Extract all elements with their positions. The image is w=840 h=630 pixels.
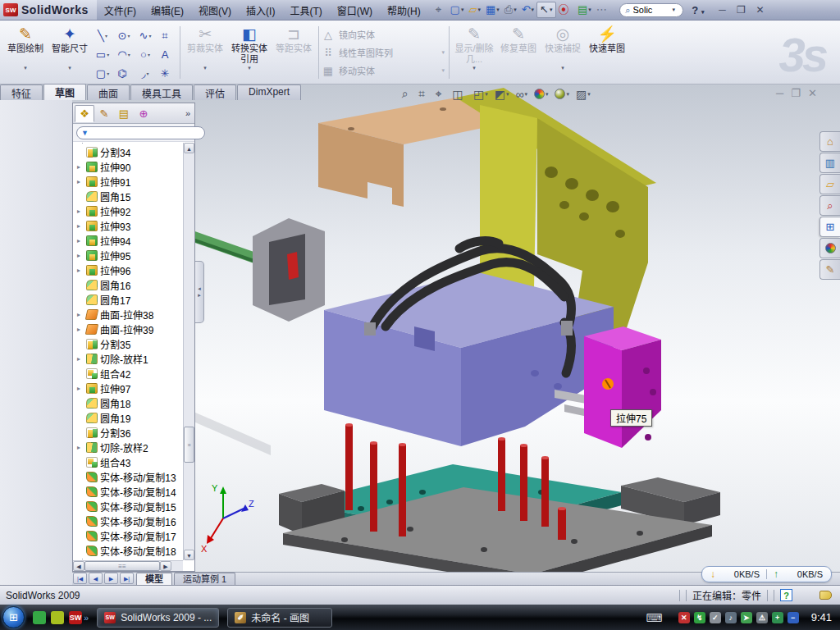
arc-tool[interactable]: ◠ ▾ [113,45,135,64]
trim-entities-button[interactable]: ✂ 剪裁实体 ▾ [183,23,227,82]
expand-arrow-icon[interactable]: ▸ [77,444,84,451]
expand-arrow-icon[interactable]: ▸ [77,178,84,185]
mirror-entities-item[interactable]: △ 镜向实体 ▾ [322,26,446,43]
expand-arrow-icon[interactable]: ▸ [77,311,84,318]
tree-item[interactable]: ▸ 实体-移动/复制16 [75,514,183,528]
file-explorer-tab[interactable]: ▱ [819,174,840,194]
panel-splitter-handle[interactable]: ◂▸ [195,261,204,323]
rectangle-tool[interactable]: ▭ ▾ [92,45,113,64]
tree-item[interactable]: ▸ 分割35 [75,336,183,351]
text-tool[interactable]: A ▾ [156,45,177,64]
view-orientation-icon[interactable]: ◰ ▾ [470,86,491,102]
configurationmanager-tab[interactable]: ▤ [114,105,134,122]
media-quicklaunch-icon[interactable] [51,611,64,624]
search-dropdown-icon[interactable]: ▾ [673,7,676,13]
messenger-quicklaunch-icon[interactable] [33,611,46,624]
restore-button[interactable]: ❐ [734,4,747,16]
rebuild-traffic-light-icon[interactable]: ⦿ ▾ [556,2,576,18]
repair-sketch-button[interactable]: ✎ 修复草图 ▾ [496,23,541,82]
tree-item[interactable]: ▸ 圆角15 [75,189,183,203]
tree-item[interactable]: ▸ 拉伸90 [75,159,183,174]
hscroll-thumb[interactable]: ≡≡ [84,561,160,571]
appearances-tab[interactable] [819,238,840,258]
tree-item[interactable]: ▸ 圆角16 [75,277,183,292]
new-file-icon[interactable]: ▢ ▾ [448,2,467,18]
expand-arrow-icon[interactable]: ▸ [77,237,84,244]
polygon-tool[interactable]: ⌬ ▾ [113,64,135,83]
expand-arrow-icon[interactable]: ▸ [77,163,84,171]
section-view-icon[interactable]: ◫ ▾ [449,86,470,102]
security-center-tray-icon[interactable]: − [788,612,799,623]
line-tool[interactable]: ╲ ▾ [92,26,113,45]
quick-tips-icon[interactable]: ? [780,589,792,601]
search-tab[interactable]: ⌕ [819,195,840,216]
sync-tray-icon[interactable]: ➤ [741,612,752,623]
print-icon[interactable]: ⎙ ▾ [502,2,519,18]
menu-item[interactable]: 编辑(E) [144,1,191,20]
save-icon[interactable]: ▦ ▾ [483,2,502,18]
tree-item[interactable]: ▸ 拉伸91 [75,174,183,189]
select-region-tool[interactable]: ⌗ ▾ [156,26,177,45]
tree-filter-box[interactable]: ▼ [76,126,205,139]
sketch-fillet-tool[interactable]: ◞ ▾ [135,64,156,83]
tree-item[interactable]: ▸ 拉伸94 [75,233,183,248]
expand-arrow-icon[interactable]: ▸ [77,208,84,215]
scroll-thumb[interactable]: ≡ [184,427,194,463]
tree-item[interactable]: ▸ 拉伸95 [75,248,183,262]
tree-item[interactable]: ▸ 拉伸96 [75,262,183,277]
circle-tool[interactable]: ⊙ ▾ [113,26,135,45]
scroll-left-button[interactable]: ◀ [73,561,84,571]
help-button[interactable]: ? ▾ [688,4,707,16]
linear-sketch-pattern-item[interactable]: ⠿ 线性草图阵列 ▾ [322,44,446,61]
doc-restore-button[interactable]: ❐ [791,87,801,99]
display-style-icon[interactable]: ◩ ▾ [491,86,513,102]
options-list-icon[interactable]: ▤ ▾ [575,2,594,18]
tab-dimxpert[interactable]: DimXpert [237,84,301,100]
update-check-tray-icon[interactable]: ✓ [710,612,721,623]
tree-item[interactable]: ▸ 组合42 [75,366,183,381]
apply-scene-icon[interactable]: ▾ [531,86,552,102]
propertymanager-tab[interactable]: ✎ [94,105,114,122]
nav-next-button[interactable]: ▶ [104,573,118,584]
nav-first-button[interactable]: |◀ [73,573,87,584]
menu-item[interactable]: 工具(T) [282,1,329,20]
expand-arrow-icon[interactable]: ▸ [77,267,84,274]
open-file-icon[interactable]: ▱ ▾ [466,2,483,18]
menu-item[interactable]: 文件(F) [97,1,144,20]
search-input[interactable] [633,5,673,15]
taskbar-paint-button[interactable]: ✐ 未命名 - 画图 [227,608,332,628]
quick-snaps-button[interactable]: ◎ 快速捕捉 ▾ [541,23,585,82]
view-palette-tab[interactable]: ⊞ [819,217,840,237]
menu-item[interactable]: 窗口(W) [330,1,380,20]
undo-icon[interactable]: ↶ ▾ [519,2,536,18]
language-keyboard-icon[interactable]: ⌨ [646,611,662,624]
tree-item[interactable]: ▸ 拉伸97 [75,381,183,395]
ellipse-tool[interactable]: ○ ▾ [135,45,156,64]
tree-item[interactable]: ▸ 切除-放样1 [75,351,183,366]
scroll-up-button[interactable]: ▲ [184,143,194,153]
tab-features[interactable]: 特征 [0,84,43,100]
tree-item[interactable]: ▸ 曲面-拉伸38 [75,307,183,322]
hide-show-items-icon[interactable]: ∞ ▾ [512,86,531,102]
tree-item[interactable]: ▸ 圆角18 [75,395,183,410]
move-entities-item[interactable]: ▦ 移动实体 ▾ [322,62,446,79]
menu-item[interactable]: 视图(V) [191,1,239,20]
previous-view-icon[interactable]: ⌖ ▾ [432,86,449,102]
search-box[interactable]: ⌕ ▾ [619,3,683,17]
tab-evaluate[interactable]: 评估 [194,84,236,100]
tree-item[interactable]: ▸ 圆角17 [75,292,183,307]
minimize-button[interactable]: ─ [715,4,728,16]
menu-item[interactable]: 帮助(H) [380,1,428,20]
tree-vertical-scrollbar[interactable]: ▲ ≡ ▼ [183,143,194,560]
view-settings-icon[interactable]: ▾ [551,86,573,102]
tree-item[interactable]: ▸ 实体-移动/复制18 [75,543,183,558]
model-tab[interactable]: 模型 [136,573,172,585]
menu-item[interactable]: 插入(I) [239,1,282,20]
display-delete-relations-button[interactable]: ✎ 显示/删除几... ▾ [452,23,496,82]
dimxpertmanager-tab[interactable]: ⊕ [134,105,153,122]
tab-surfaces[interactable]: 曲面 [87,84,130,100]
toolbar-overflow-icon[interactable]: ⋯ ▾ [594,2,614,18]
tree-item[interactable]: ▸ 实体-移动/复制17 [75,528,183,543]
antivirus-tray-icon[interactable]: ✕ [678,612,690,623]
tree-item[interactable]: ▸ 切除-放样2 [75,440,183,454]
